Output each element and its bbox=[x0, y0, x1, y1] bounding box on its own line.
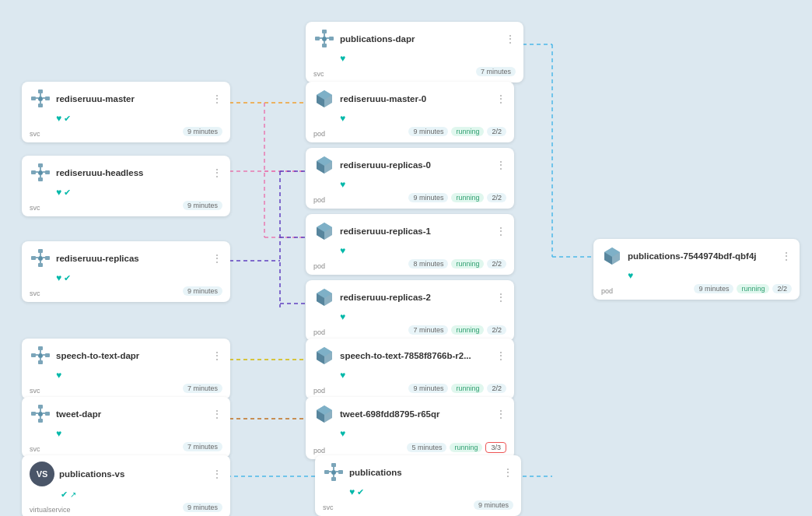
svg-rect-61 bbox=[38, 249, 43, 253]
more-options-icon[interactable]: ⋮ bbox=[495, 159, 506, 171]
card-title: rediseruuu-replicas-2 bbox=[340, 293, 491, 302]
status-badge: running bbox=[451, 325, 484, 335]
time-badge: 7 minutes bbox=[476, 67, 516, 76]
more-options-icon[interactable]: ⋮ bbox=[212, 408, 222, 420]
svg-rect-62 bbox=[31, 256, 36, 260]
network-icon bbox=[323, 462, 345, 483]
network-icon bbox=[30, 88, 51, 110]
type-label: svc bbox=[30, 130, 40, 138]
svg-rect-30 bbox=[329, 37, 334, 40]
heart-icon: ♥ bbox=[628, 270, 633, 281]
time-badge: 8 minutes bbox=[408, 259, 448, 269]
heart-icon: ♥ bbox=[340, 53, 345, 64]
rediseruuu-replicas-svc-card: rediseruuu-replicas ⋮ ♥ ✔ 9 minutes svc bbox=[22, 241, 230, 302]
rediseruuu-replicas-1-pod-card: rediseruuu-replicas-1 ⋮ ♥ 8 minutes runn… bbox=[306, 214, 514, 275]
type-label: pod bbox=[313, 387, 325, 395]
svg-rect-79 bbox=[38, 360, 43, 364]
card-title: tweet-698fdd8795-r65qr bbox=[340, 409, 491, 419]
time-badge: 9 minutes bbox=[408, 193, 448, 202]
rediseruuu-headless-svc-card: rediseruuu-headless ⋮ ♥ ✔ 9 minutes svc bbox=[22, 156, 230, 216]
vs-avatar: VS bbox=[30, 462, 54, 486]
cube-icon bbox=[313, 154, 335, 176]
svg-rect-91 bbox=[38, 419, 43, 423]
svg-rect-51 bbox=[45, 170, 50, 174]
svg-rect-101 bbox=[324, 470, 329, 474]
publications-dapr-card: publications-dapr ⋮ ♥ 7 minutes svc bbox=[306, 22, 523, 82]
more-options-icon[interactable]: ⋮ bbox=[502, 466, 513, 479]
more-options-icon[interactable]: ⋮ bbox=[505, 33, 516, 45]
type-label: pod bbox=[313, 130, 325, 138]
svg-point-108 bbox=[331, 470, 336, 475]
more-options-icon[interactable]: ⋮ bbox=[495, 291, 506, 304]
card-title: rediseruuu-headless bbox=[56, 168, 207, 177]
type-label: svc bbox=[313, 70, 324, 78]
card-title: publications-vs bbox=[59, 469, 207, 479]
heart-icon: ♥ bbox=[340, 370, 345, 381]
time-badge: 5 minutes bbox=[407, 443, 446, 452]
publications-svc-card: publications ⋮ ♥ ✔ 9 minutes svc bbox=[315, 455, 521, 516]
card-title: rediseruuu-replicas bbox=[56, 254, 207, 263]
check-icon: ✔ bbox=[64, 188, 71, 198]
more-options-icon[interactable]: ⋮ bbox=[495, 93, 506, 105]
cube-icon bbox=[313, 403, 335, 425]
heart-icon: ♥ bbox=[340, 311, 345, 322]
more-options-icon[interactable]: ⋮ bbox=[212, 252, 222, 265]
svg-point-57 bbox=[38, 170, 43, 175]
svg-rect-50 bbox=[31, 170, 36, 174]
more-options-icon[interactable]: ⋮ bbox=[212, 167, 222, 179]
type-label: pod bbox=[313, 328, 325, 336]
svg-rect-90 bbox=[45, 412, 50, 416]
status-badge: running bbox=[451, 259, 484, 269]
svg-rect-100 bbox=[331, 463, 336, 467]
time-badge: 9 minutes bbox=[183, 201, 222, 210]
more-options-icon[interactable]: ⋮ bbox=[781, 250, 792, 262]
more-options-icon[interactable]: ⋮ bbox=[212, 468, 222, 480]
svg-point-96 bbox=[38, 412, 43, 416]
svg-rect-88 bbox=[38, 405, 43, 409]
count-badge: 2/2 bbox=[487, 325, 506, 335]
more-options-icon[interactable]: ⋮ bbox=[495, 349, 506, 362]
card-title: tweet-dapr bbox=[56, 409, 207, 419]
type-label: svc bbox=[30, 290, 40, 297]
more-options-icon[interactable]: ⋮ bbox=[495, 408, 506, 420]
time-badge: 9 minutes bbox=[183, 503, 222, 512]
svg-rect-103 bbox=[331, 477, 336, 481]
svg-rect-28 bbox=[322, 30, 327, 33]
count-badge-highlight: 3/3 bbox=[485, 442, 506, 453]
heart-icon: ♥ bbox=[340, 113, 345, 124]
type-label: svc bbox=[30, 445, 40, 453]
card-title: speech-to-text-dapr bbox=[56, 351, 207, 360]
svg-rect-102 bbox=[338, 470, 343, 474]
svg-rect-76 bbox=[38, 346, 43, 350]
more-options-icon[interactable]: ⋮ bbox=[495, 225, 506, 237]
publications-vs-card: VS publications-vs ⋮ ✔ ↗ 9 minutes virtu… bbox=[22, 455, 230, 516]
cube-icon bbox=[313, 286, 335, 308]
time-badge: 9 minutes bbox=[183, 286, 222, 296]
svg-rect-38 bbox=[31, 97, 36, 100]
heart-icon: ♥ bbox=[340, 179, 345, 190]
network-icon bbox=[30, 403, 51, 425]
check-icon: ✔ bbox=[64, 273, 71, 283]
check-icon: ✔ bbox=[61, 490, 68, 500]
time-badge: 7 minutes bbox=[183, 442, 222, 451]
count-badge: 2/2 bbox=[772, 284, 792, 293]
rediseruuu-replicas-0-pod-card: rediseruuu-replicas-0 ⋮ ♥ 9 minutes runn… bbox=[306, 148, 514, 209]
more-options-icon[interactable]: ⋮ bbox=[212, 93, 222, 105]
external-link-icon[interactable]: ↗ bbox=[70, 490, 76, 499]
heart-icon: ♥ bbox=[56, 272, 61, 283]
card-title: rediseruuu-replicas-1 bbox=[340, 226, 491, 236]
type-label: pod bbox=[313, 447, 325, 455]
heart-icon: ♥ bbox=[340, 428, 345, 439]
svg-rect-31 bbox=[322, 44, 327, 47]
type-label: pod bbox=[313, 262, 325, 270]
time-badge: 9 minutes bbox=[474, 500, 513, 510]
svg-rect-29 bbox=[315, 37, 320, 40]
svg-point-36 bbox=[322, 37, 327, 41]
status-badge: running bbox=[451, 193, 484, 202]
card-title: rediseruuu-master-0 bbox=[340, 94, 491, 104]
more-options-icon[interactable]: ⋮ bbox=[212, 349, 222, 362]
card-title: rediseruuu-master bbox=[56, 94, 207, 104]
time-badge: 9 minutes bbox=[408, 384, 448, 393]
svg-rect-64 bbox=[38, 263, 43, 267]
heart-icon: ♥ bbox=[349, 486, 355, 497]
